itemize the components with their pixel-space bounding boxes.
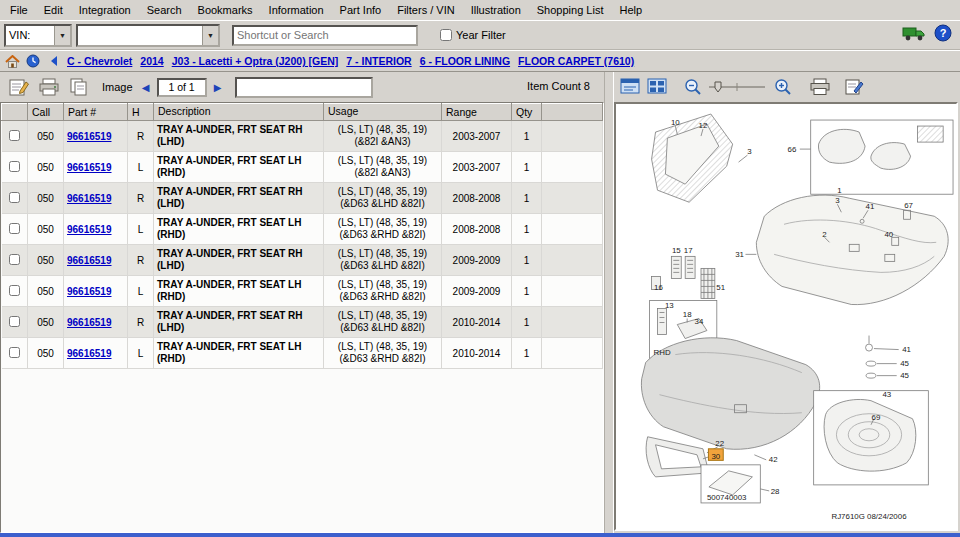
table-row[interactable]: 05096616519RTRAY A-UNDER, FRT SEAT RH (L…: [2, 121, 603, 152]
next-image-button[interactable]: ▶: [211, 79, 225, 95]
thumbnail-view-icon[interactable]: [647, 78, 669, 96]
diagram-callout-69[interactable]: 69: [872, 413, 881, 422]
diagram-callout-10[interactable]: 10: [671, 117, 680, 126]
row-checkbox[interactable]: [9, 347, 20, 358]
vin-value-combo[interactable]: ▼: [76, 24, 220, 47]
diagram-callout-3[interactable]: 3: [835, 196, 840, 205]
table-row[interactable]: 05096616519LTRAY A-UNDER, FRT SEAT LH (R…: [2, 214, 603, 245]
zoom-out-icon[interactable]: [684, 78, 702, 96]
list-filter-input[interactable]: [235, 77, 373, 98]
diagram-callout-12[interactable]: 12: [699, 121, 708, 130]
table-row[interactable]: 05096616519LTRAY A-UNDER, FRT SEAT LH (R…: [2, 338, 603, 369]
edit-note-icon[interactable]: [6, 75, 32, 99]
diagram-callout-1[interactable]: 1: [837, 186, 842, 195]
year-filter-checkbox[interactable]: [440, 29, 452, 41]
menu-item-information[interactable]: Information: [261, 2, 332, 18]
menu-item-file[interactable]: File: [2, 2, 36, 18]
shortcut-search-input[interactable]: [232, 25, 418, 46]
breadcrumb-link[interactable]: 7 - INTERIOR: [346, 55, 411, 67]
row-checkbox[interactable]: [9, 130, 20, 141]
breadcrumb-link[interactable]: J03 - Lacetti + Optra (J200) [GEN]: [172, 55, 339, 67]
row-checkbox[interactable]: [9, 254, 20, 265]
markup-icon[interactable]: [844, 78, 864, 96]
back-arrow-icon[interactable]: [46, 53, 62, 69]
menu-item-edit[interactable]: Edit: [36, 2, 71, 18]
zoom-in-icon[interactable]: [774, 78, 792, 96]
year-filter[interactable]: Year Filter: [440, 29, 506, 41]
menu-item-filters-vin[interactable]: Filters / VIN: [389, 2, 462, 18]
vin-toolbar: VIN: ▼ ▼ Year Filter: [0, 21, 960, 50]
table-row[interactable]: 05096616519LTRAY A-UNDER, FRT SEAT LH (R…: [2, 276, 603, 307]
home-icon[interactable]: [4, 53, 20, 69]
diagram-callout-41[interactable]: 41: [902, 345, 911, 354]
diagram-callout-31[interactable]: 31: [735, 250, 744, 259]
part-number-link[interactable]: 96616519: [67, 162, 112, 173]
breadcrumb-link[interactable]: C - Chevrolet: [67, 55, 132, 67]
breadcrumb-link[interactable]: 6 - FLOOR LINING: [420, 55, 510, 67]
diagram-callout-2[interactable]: 2: [822, 230, 827, 239]
chevron-down-icon[interactable]: ▼: [202, 26, 218, 45]
part-number-link[interactable]: 96616519: [67, 131, 112, 142]
row-checkbox[interactable]: [9, 161, 20, 172]
breadcrumb-link[interactable]: FLOOR CARPET (7610): [518, 55, 634, 67]
menu-item-search[interactable]: Search: [139, 2, 190, 18]
vin-combo[interactable]: VIN: ▼: [4, 24, 72, 47]
panel-splitter[interactable]: [604, 72, 614, 533]
diagram-callout-51[interactable]: 51: [716, 283, 725, 292]
row-checkbox[interactable]: [9, 285, 20, 296]
diagram-callout-66[interactable]: 66: [788, 145, 797, 154]
breadcrumb-link[interactable]: 2014: [140, 55, 163, 67]
chevron-down-icon[interactable]: ▼: [54, 26, 70, 45]
row-checkbox[interactable]: [9, 223, 20, 234]
part-number-link[interactable]: 96616519: [67, 255, 112, 266]
diagram-callout-16[interactable]: 16: [654, 283, 663, 292]
diagram-callout-22[interactable]: 22: [715, 439, 724, 448]
diagram-callout-30[interactable]: 30: [711, 452, 720, 461]
menu-item-illustration[interactable]: Illustration: [463, 2, 529, 18]
prev-image-button[interactable]: ◀: [139, 79, 153, 95]
diagram-callout-3[interactable]: 3: [747, 147, 752, 156]
table-row[interactable]: 05096616519RTRAY A-UNDER, FRT SEAT RH (L…: [2, 183, 603, 214]
zoom-slider[interactable]: [707, 78, 769, 96]
shopping-truck-icon[interactable]: [902, 25, 926, 42]
part-number-link[interactable]: 96616519: [67, 317, 112, 328]
diagram-callout-43[interactable]: 43: [882, 390, 891, 399]
part-number-link[interactable]: 96616519: [67, 224, 112, 235]
menu-item-shopping-list[interactable]: Shopping List: [529, 2, 612, 18]
parts-diagram[interactable]: RHD 500740003 RJ7610G 08/24/2006 1012366…: [616, 104, 956, 529]
illustration-viewport[interactable]: RHD 500740003 RJ7610G 08/24/2006 1012366…: [614, 102, 958, 531]
image-view-icon[interactable]: [620, 78, 642, 96]
table-row[interactable]: 05096616519RTRAY A-UNDER, FRT SEAT RH (L…: [2, 245, 603, 276]
column-header-blank: [2, 104, 28, 121]
menu-item-integration[interactable]: Integration: [71, 2, 139, 18]
print-icon[interactable]: [36, 75, 62, 99]
diagram-callout-15[interactable]: 15: [672, 246, 681, 255]
menu-item-part-info[interactable]: Part Info: [332, 2, 390, 18]
copy-icon[interactable]: [66, 75, 92, 99]
table-row[interactable]: 05096616519RTRAY A-UNDER, FRT SEAT RH (L…: [2, 307, 603, 338]
diagram-callout-40[interactable]: 40: [884, 230, 893, 239]
menu-item-bookmarks[interactable]: Bookmarks: [190, 2, 261, 18]
part-number-link[interactable]: 96616519: [67, 348, 112, 359]
diagram-callout-28[interactable]: 28: [771, 487, 780, 496]
diagram-callout-41[interactable]: 41: [866, 202, 875, 211]
help-icon[interactable]: ?: [934, 24, 952, 42]
diagram-callout-18[interactable]: 18: [683, 310, 692, 319]
diagram-callout-45[interactable]: 45: [900, 359, 909, 368]
part-number-link[interactable]: 96616519: [67, 193, 112, 204]
row-checkbox[interactable]: [9, 316, 20, 327]
diagram-callout-67[interactable]: 67: [904, 201, 913, 210]
history-clock-icon[interactable]: [25, 53, 41, 69]
diagram-callout-13[interactable]: 13: [665, 301, 674, 310]
menu-item-help[interactable]: Help: [611, 2, 650, 18]
column-header-qty: Qty: [512, 104, 542, 121]
print-icon[interactable]: [809, 78, 831, 96]
part-number-link[interactable]: 96616519: [67, 286, 112, 297]
row-checkbox[interactable]: [9, 192, 20, 203]
diagram-callout-17[interactable]: 17: [684, 246, 693, 255]
table-row[interactable]: 05096616519LTRAY A-UNDER, FRT SEAT LH (R…: [2, 152, 603, 183]
diagram-callout-42[interactable]: 42: [769, 455, 778, 464]
diagram-callout-34[interactable]: 34: [695, 317, 704, 326]
parts-table-container[interactable]: CallPart #HDescriptionUsageRangeQty 0509…: [0, 102, 604, 533]
diagram-callout-45[interactable]: 45: [900, 371, 909, 380]
